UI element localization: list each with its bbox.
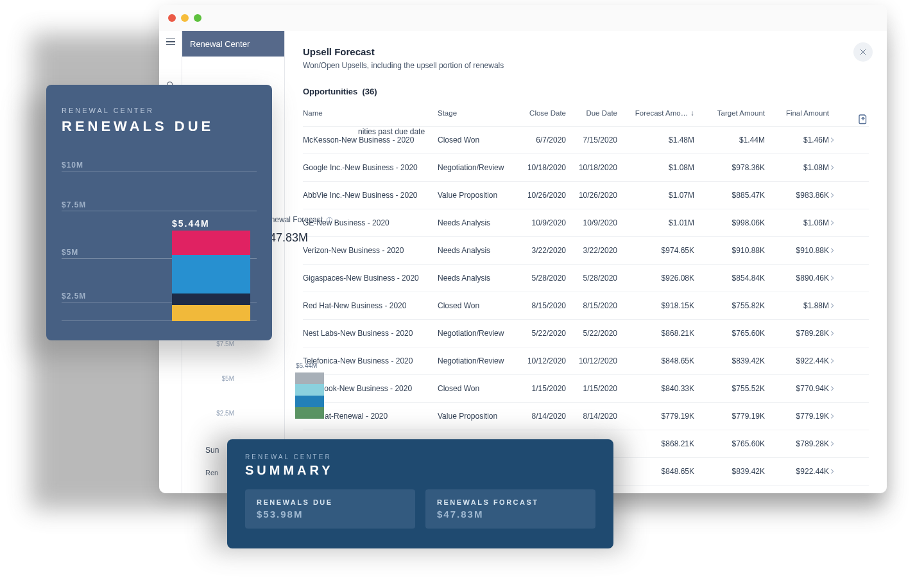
renewal-forecast-value-fragment: 47.83M — [270, 231, 308, 245]
cell-final: $789.28K — [765, 329, 829, 338]
chevron-right-icon[interactable] — [829, 385, 844, 392]
table-row[interactable]: Nest Labs-New Business - 2020Negotiation… — [303, 320, 869, 347]
chevron-right-icon[interactable] — [829, 137, 844, 143]
hidden-text-fragment: nities past due date — [358, 127, 499, 141]
chart-tick: $5M — [62, 248, 78, 257]
cell-stage: Value Proposition — [438, 412, 515, 421]
col-target-amount[interactable]: Target Amount — [694, 109, 765, 117]
summary-pretitle: RENEWAL CENTER — [245, 453, 595, 460]
table-row[interactable]: Red Hat-New Business - 2020Closed Won8/1… — [303, 292, 869, 320]
window-close-dot[interactable] — [168, 14, 176, 22]
chevron-right-icon[interactable] — [829, 275, 844, 281]
cell-due-date: 10/26/2020 — [566, 191, 617, 200]
cell-final: $922.44K — [765, 356, 829, 365]
sidebar-tab-renewal-center[interactable]: Renewal Center — [182, 31, 284, 57]
table-row[interactable]: Facebook-New Business - 2020Closed Won1/… — [303, 375, 869, 403]
col-forecast-amount[interactable]: Forecast Amo…↓ — [617, 109, 694, 117]
cell-close-date: 6/7/2020 — [515, 136, 566, 144]
opportunities-label: Opportunities — [303, 87, 357, 96]
card-pretitle: RENEWAL CENTER — [62, 107, 257, 114]
cell-forecast: $868.21K — [617, 329, 694, 338]
summary-box-value: $47.83M — [437, 509, 584, 520]
summary-box-renewals-forecast[interactable]: RENEWALS FORCAST $47.83M — [425, 489, 595, 529]
col-final-amount[interactable]: Final Amount — [765, 109, 829, 117]
cell-target: $755.82K — [694, 301, 765, 310]
cell-target: $854.84K — [694, 274, 765, 283]
table-row[interactable]: Telefonica-New Business - 2020Negotiatio… — [303, 347, 869, 375]
chevron-right-icon[interactable] — [829, 441, 844, 447]
table-row[interactable]: AbbVie Inc.-New Business - 2020Value Pro… — [303, 182, 869, 209]
cell-name: Google Inc.-New Business - 2020 — [303, 163, 438, 172]
chart-value-label: $5.44M — [172, 218, 210, 229]
chevron-right-icon[interactable] — [829, 413, 844, 419]
cell-forecast: $868.21K — [617, 439, 694, 448]
chevron-right-icon[interactable] — [829, 220, 844, 226]
cell-forecast: $918.15K — [617, 301, 694, 310]
col-name[interactable]: Name — [303, 109, 438, 117]
forecast-panel: Upsell Forecast Won/Open Upsells, includ… — [285, 31, 887, 493]
info-icon — [326, 216, 333, 223]
col-stage[interactable]: Stage — [438, 109, 515, 117]
cell-final: $770.94K — [765, 384, 829, 393]
cell-stage: Needs Analysis — [438, 246, 515, 255]
cell-close-date: 10/12/2020 — [515, 356, 566, 365]
cell-forecast: $1.01M — [617, 218, 694, 227]
chart-tick: $2.5M — [62, 292, 86, 301]
table-row[interactable]: Google Inc.-New Business - 2020Negotiati… — [303, 154, 869, 182]
cell-final: $1.08M — [765, 163, 829, 172]
chevron-right-icon[interactable] — [829, 192, 844, 198]
cell-close-date: 1/15/2020 — [515, 384, 566, 393]
cell-due-date: 1/15/2020 — [566, 384, 617, 393]
cell-final: $789.28K — [765, 439, 829, 448]
cell-forecast: $840.33K — [617, 384, 694, 393]
cell-close-date: 5/28/2020 — [515, 274, 566, 283]
cell-final: $779.19K — [765, 412, 829, 421]
cell-name: AbbVie Inc.-New Business - 2020 — [303, 191, 438, 200]
table-row[interactable]: Red Hat-Renewal - 2020Value Proposition8… — [303, 403, 869, 430]
summary-box-renewals-due[interactable]: RENEWALS DUE $53.98M — [245, 489, 415, 529]
col-close-date[interactable]: Close Date — [515, 109, 566, 117]
cell-due-date: 5/22/2020 — [566, 329, 617, 338]
summary-box-label: RENEWALS FORCAST — [437, 498, 584, 506]
table-row[interactable]: GE-New Business - 2020Needs Analysis10/9… — [303, 209, 869, 237]
chevron-right-icon[interactable] — [829, 468, 844, 475]
card-title: RENEWALS DUE — [62, 118, 257, 135]
col-due-date[interactable]: Due Date — [566, 109, 617, 117]
cell-target: $910.88K — [694, 246, 765, 255]
export-icon[interactable] — [857, 113, 869, 125]
chevron-right-icon[interactable] — [829, 330, 844, 337]
renewal-forecast-label-fragment: enewal Forecast — [266, 215, 333, 224]
window-minimize-dot[interactable] — [181, 14, 189, 22]
cell-final: $1.46M — [765, 136, 829, 144]
chevron-right-icon[interactable] — [829, 302, 844, 309]
chevron-right-icon[interactable] — [829, 358, 844, 364]
summary-title: SUMMARY — [245, 463, 595, 478]
cell-stage: Negotiation/Review — [438, 356, 515, 365]
table-header: Name Stage Close Date Due Date Forecast … — [303, 103, 869, 127]
opportunities-header: Opportunities (36) — [303, 87, 869, 96]
window-zoom-dot[interactable] — [194, 14, 201, 22]
cell-due-date: 10/18/2020 — [566, 163, 617, 172]
chevron-right-icon[interactable] — [829, 164, 844, 171]
chart-tick: $7.5M — [62, 200, 86, 209]
cell-due-date: 3/22/2020 — [566, 246, 617, 255]
close-panel-button[interactable] — [853, 42, 873, 62]
table-row[interactable]: Verizon-New Business - 2020Needs Analysi… — [303, 237, 869, 265]
cell-close-date: 10/18/2020 — [515, 163, 566, 172]
opportunities-count: (36) — [362, 87, 377, 96]
summary-box-label: RENEWALS DUE — [257, 498, 404, 506]
table-row[interactable]: Gigaspaces-New Business - 2020Needs Anal… — [303, 265, 869, 292]
cell-stage: Value Proposition — [438, 191, 515, 200]
mini-tick: $5M — [205, 375, 234, 382]
cell-forecast: $974.65K — [617, 246, 694, 255]
cell-stage: Closed Won — [438, 384, 515, 393]
cell-name: Gigaspaces-New Business - 2020 — [303, 274, 438, 283]
hamburger-menu-icon[interactable] — [165, 36, 176, 48]
cell-target: $885.47K — [694, 191, 765, 200]
cell-target: $779.19K — [694, 412, 765, 421]
cell-stage: Needs Analysis — [438, 218, 515, 227]
mini-chart-value-label: $5.44M — [296, 362, 317, 369]
cell-forecast: $1.07M — [617, 191, 694, 200]
chevron-right-icon[interactable] — [829, 247, 844, 254]
cell-final: $983.86K — [765, 191, 829, 200]
